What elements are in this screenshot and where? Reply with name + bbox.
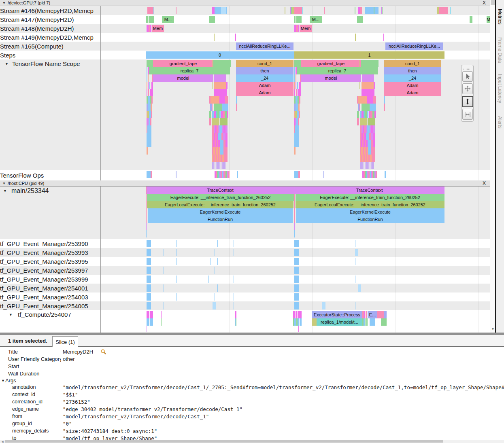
trace-slice[interactable] bbox=[362, 104, 370, 111]
args-section-header[interactable]: ▼Args bbox=[1, 377, 16, 384]
trace-slice[interactable] bbox=[294, 201, 295, 208]
trace-slice[interactable] bbox=[367, 249, 367, 256]
trace-slice[interactable] bbox=[368, 140, 371, 147]
trace-slice[interactable] bbox=[212, 162, 213, 169]
trace-slice[interactable] bbox=[298, 104, 300, 111]
horizontal-scrollbar-thumb[interactable] bbox=[5, 440, 443, 443]
trace-slice[interactable] bbox=[209, 111, 211, 118]
trace-slice[interactable] bbox=[367, 111, 368, 118]
trace-slice[interactable] bbox=[294, 258, 299, 265]
trace-slice[interactable] bbox=[374, 7, 379, 14]
trace-slice[interactable]: M... bbox=[310, 16, 322, 23]
trace-slice[interactable] bbox=[298, 171, 300, 178]
trace-slice[interactable] bbox=[367, 276, 367, 283]
trace-slice[interactable] bbox=[148, 74, 149, 82]
trace-slice[interactable] bbox=[147, 89, 147, 96]
trace-slice[interactable] bbox=[294, 293, 299, 301]
trace-slice[interactable] bbox=[224, 162, 225, 169]
trace-slice[interactable] bbox=[380, 302, 380, 309]
trace-slice[interactable] bbox=[228, 171, 230, 178]
trace-slice[interactable] bbox=[147, 74, 147, 82]
trace-slice[interactable] bbox=[147, 7, 153, 14]
trace-slice[interactable]: EagerLocalExecute: __inference_train_fun… bbox=[147, 201, 293, 208]
trace-slice[interactable] bbox=[147, 318, 149, 326]
trace-slice[interactable] bbox=[300, 318, 302, 326]
palette-drag-handle[interactable] bbox=[463, 66, 472, 70]
trace-slice[interactable] bbox=[209, 118, 211, 125]
trace-slice[interactable] bbox=[149, 82, 150, 89]
tab-slice[interactable]: Slice (1) bbox=[52, 336, 78, 347]
trace-slice[interactable] bbox=[296, 311, 297, 318]
trace-slice[interactable] bbox=[360, 118, 367, 125]
trace-slice[interactable] bbox=[147, 147, 148, 155]
trace-slice[interactable] bbox=[161, 311, 162, 318]
trace-slice[interactable] bbox=[296, 89, 297, 96]
trace-slice[interactable] bbox=[164, 302, 164, 309]
trace-slice[interactable] bbox=[294, 223, 295, 230]
trace-slice[interactable] bbox=[374, 111, 376, 118]
timeline-canvas[interactable]: ▼/device:GPU:7 (pid 7)XStream #146(Memcp… bbox=[0, 0, 490, 333]
trace-slice[interactable] bbox=[294, 276, 299, 283]
trace-slice[interactable] bbox=[355, 34, 356, 41]
trace-slice[interactable] bbox=[218, 133, 221, 140]
trace-slice[interactable] bbox=[359, 104, 360, 111]
side-tab-metrics[interactable]: Metrics bbox=[497, 9, 503, 25]
vertical-scrollbar-thumb[interactable] bbox=[491, 0, 495, 5]
trace-slice[interactable] bbox=[359, 82, 360, 89]
trace-slice[interactable] bbox=[147, 302, 151, 309]
trace-slice[interactable] bbox=[373, 140, 375, 147]
trace-slice[interactable] bbox=[147, 133, 151, 140]
trace-slice[interactable] bbox=[176, 293, 177, 301]
magnifier-icon[interactable] bbox=[100, 349, 106, 355]
trace-slice[interactable] bbox=[360, 7, 362, 14]
trace-slice[interactable] bbox=[225, 133, 228, 140]
trace-slice[interactable] bbox=[214, 74, 226, 82]
vertical-scrollbar-track[interactable] bbox=[490, 0, 495, 334]
trace-slice[interactable] bbox=[370, 104, 376, 111]
trace-slice[interactable] bbox=[373, 125, 375, 133]
trace-slice[interactable] bbox=[294, 230, 295, 237]
trace-slice[interactable] bbox=[214, 82, 226, 89]
trace-slice[interactable]: Mem bbox=[300, 25, 312, 32]
trace-slice[interactable] bbox=[367, 162, 368, 169]
scroll-down-arrow-icon[interactable]: ▼ bbox=[491, 326, 495, 332]
side-tab-input-latency[interactable]: Input Latency bbox=[497, 74, 503, 103]
trace-slice[interactable] bbox=[222, 104, 228, 111]
trace-slice[interactable] bbox=[146, 216, 147, 223]
close-button[interactable]: X bbox=[481, 0, 487, 6]
trace-slice[interactable] bbox=[176, 276, 177, 283]
trace-slice[interactable] bbox=[299, 111, 300, 118]
trace-slice[interactable] bbox=[324, 249, 324, 256]
trace-slice[interactable] bbox=[212, 104, 213, 111]
trace-slice[interactable] bbox=[298, 25, 299, 32]
trace-slice[interactable] bbox=[323, 171, 324, 178]
trace-slice[interactable] bbox=[470, 16, 472, 23]
timing-tool-button[interactable] bbox=[462, 109, 473, 120]
trace-slice[interactable] bbox=[373, 133, 375, 140]
trace-slice[interactable]: EagerExecute: __inference_train_function… bbox=[147, 194, 294, 201]
trace-slice[interactable] bbox=[227, 111, 228, 118]
trace-slice[interactable] bbox=[294, 302, 299, 309]
trace-slice[interactable] bbox=[176, 171, 177, 178]
trace-slice[interactable]: 0 bbox=[146, 51, 294, 59]
trace-slice[interactable] bbox=[294, 140, 299, 147]
trace-slice[interactable] bbox=[365, 318, 366, 326]
trace-slice[interactable] bbox=[359, 60, 360, 67]
trace-slice[interactable] bbox=[357, 111, 359, 118]
trace-slice[interactable] bbox=[296, 82, 296, 89]
trace-slice[interactable] bbox=[294, 194, 295, 201]
trace-slice[interactable] bbox=[217, 284, 218, 292]
trace-slice[interactable] bbox=[151, 96, 153, 104]
trace-slice[interactable] bbox=[366, 162, 367, 169]
trace-slice[interactable] bbox=[225, 162, 226, 169]
trace-slice[interactable]: EagerKernelExecute bbox=[148, 208, 293, 216]
trace-slice[interactable] bbox=[362, 74, 374, 82]
trace-slice[interactable] bbox=[374, 82, 375, 89]
trace-slice[interactable] bbox=[324, 240, 324, 247]
trace-slice[interactable] bbox=[234, 240, 234, 247]
trace-slice[interactable]: replica_1/model/t... bbox=[317, 318, 362, 326]
trace-slice[interactable] bbox=[294, 216, 295, 223]
trace-slice[interactable] bbox=[380, 284, 380, 292]
trace-slice[interactable] bbox=[358, 240, 358, 247]
trace-slice[interactable] bbox=[237, 171, 238, 178]
